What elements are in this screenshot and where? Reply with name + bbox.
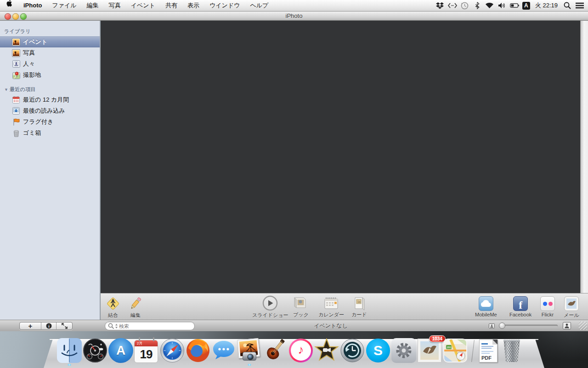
card-icon: 1a xyxy=(352,296,366,310)
search-field[interactable] xyxy=(105,322,195,330)
sidebar-item-places[interactable]: 撮影地 xyxy=(0,69,100,80)
bluetooth-icon[interactable] xyxy=(473,1,482,10)
zoom-slider-knob[interactable] xyxy=(499,322,505,329)
book-icon xyxy=(293,296,309,310)
sidebar-item-events[interactable]: イベント xyxy=(0,36,100,47)
sidebar-item-flagged[interactable]: フラグ付き xyxy=(0,116,100,127)
menu-share[interactable]: 共有 xyxy=(160,0,182,11)
time-machine-icon[interactable] xyxy=(460,1,469,10)
last-import-icon xyxy=(12,107,20,115)
merge-icon xyxy=(106,296,120,311)
event-count-status: イベントなし xyxy=(198,320,464,331)
sidebar-item-last-import[interactable]: 最後の読み込み xyxy=(0,105,100,116)
email-button[interactable]: メール xyxy=(564,296,579,319)
dock-items: A 2月 19 xyxy=(57,337,524,363)
dock-calendar-icon[interactable]: 2月 19 xyxy=(134,338,159,363)
recent-section-header[interactable]: ▼最近の項目 xyxy=(0,84,100,94)
menu-file[interactable]: ファイル xyxy=(47,0,81,11)
notification-center-icon[interactable] xyxy=(575,1,584,10)
apple-logo-icon xyxy=(6,0,13,7)
battery-icon[interactable] xyxy=(510,1,519,10)
menu-edit[interactable]: 編集 xyxy=(82,0,104,11)
zoom-in-thumbnail-icon[interactable] xyxy=(563,322,571,329)
slideshow-play-icon xyxy=(262,295,278,311)
library-section-header: ライブラリ xyxy=(0,26,100,36)
dock-pdf-document-icon[interactable]: PDF xyxy=(478,338,499,363)
add-button[interactable]: + xyxy=(20,322,41,329)
dock-finder-icon[interactable] xyxy=(57,338,82,363)
dock-maps-icon[interactable]: 280 xyxy=(443,338,468,363)
photo-content-area[interactable] xyxy=(101,21,580,293)
slideshow-button[interactable]: スライドショー xyxy=(252,295,288,319)
sidebar-item-faces[interactable]: 人々 xyxy=(0,58,100,69)
menu-clock[interactable]: 火 22:19 xyxy=(533,1,560,10)
desktop-screen: iPhoto ファイル 編集 写真 イベント 共有 表示 ウインドウ ヘルプ xyxy=(0,0,588,368)
menu-photos[interactable]: 写真 xyxy=(104,0,126,11)
window-title: iPhoto xyxy=(0,12,588,20)
spotlight-icon[interactable] xyxy=(563,1,572,10)
flickr-button[interactable]: Flickr xyxy=(540,296,555,317)
zoom-slider[interactable] xyxy=(500,325,558,327)
edit-button[interactable]: 編集 xyxy=(128,296,143,319)
fullscreen-arrows-icon xyxy=(62,323,68,329)
sidebar-item-trash[interactable]: ゴミ箱 xyxy=(0,127,100,138)
dock-imovie-icon[interactable] xyxy=(314,338,339,363)
minimize-button[interactable] xyxy=(12,13,19,20)
menu-iphoto[interactable]: iPhoto xyxy=(18,0,47,11)
photos-photo-icon xyxy=(12,49,20,57)
dropbox-icon[interactable] xyxy=(435,1,445,10)
input-source-badge[interactable]: A xyxy=(522,2,530,10)
disclosure-triangle-icon[interactable]: ▼ xyxy=(4,85,10,95)
facebook-button[interactable]: f Facebook xyxy=(509,296,531,317)
events-photo-icon xyxy=(12,38,20,46)
volume-icon[interactable] xyxy=(498,1,507,10)
info-button[interactable]: i xyxy=(41,322,57,329)
dock-itunes-icon[interactable]: ♪ xyxy=(288,338,313,363)
search-scope-arrows-icon[interactable] xyxy=(115,323,118,329)
dock-separator xyxy=(469,338,477,363)
menu-help[interactable]: ヘルプ xyxy=(245,0,273,11)
places-pin-icon xyxy=(12,71,20,79)
vertical-scrollbar[interactable] xyxy=(580,21,588,293)
merge-button[interactable]: 結合 xyxy=(106,296,120,319)
zoom-out-thumbnail-icon[interactable] xyxy=(489,323,495,328)
zoom-button[interactable] xyxy=(20,13,27,20)
dock-dashboard-icon[interactable] xyxy=(83,338,107,363)
mail-stamp-icon xyxy=(564,296,579,311)
close-button[interactable] xyxy=(5,13,11,20)
dock-messages-icon[interactable] xyxy=(211,338,236,363)
book-button[interactable]: ブック xyxy=(293,296,309,318)
wifi-icon[interactable] xyxy=(485,1,494,10)
dock-appstore-icon[interactable]: A xyxy=(108,338,133,363)
iphoto-running-indicator xyxy=(247,364,252,366)
dock-iphoto-icon[interactable] xyxy=(237,338,262,363)
dock-iphoto-camera xyxy=(243,352,256,361)
card-button[interactable]: 1a カード xyxy=(351,296,367,318)
dock-systempreferences-icon[interactable] xyxy=(391,338,416,363)
mobileme-cloud-icon xyxy=(479,296,493,311)
menu-window[interactable]: ウインドウ xyxy=(204,0,245,11)
dock-mail-icon[interactable]: 1034 xyxy=(417,338,442,363)
sidebar-item-photos[interactable]: 写真 xyxy=(0,47,100,58)
dock-safari-icon[interactable] xyxy=(160,338,185,363)
dock-firefox-icon[interactable] xyxy=(186,338,210,363)
dock-skype-icon[interactable]: S xyxy=(366,338,390,363)
mobileme-button[interactable]: MobileMe xyxy=(475,296,497,317)
window-resize-grip[interactable] xyxy=(579,322,587,330)
dock-calendar-day: 19 xyxy=(135,346,158,362)
apple-menu[interactable] xyxy=(0,0,18,11)
dock-timemachine-icon[interactable] xyxy=(340,338,365,363)
search-icon[interactable] xyxy=(108,323,114,329)
dock-trash-icon[interactable] xyxy=(500,338,524,363)
menu-bar: iPhoto ファイル 編集 写真 イベント 共有 表示 ウインドウ ヘルプ xyxy=(0,0,588,12)
window-title-bar[interactable]: iPhoto xyxy=(0,12,588,21)
sidebar-item-last-12-months[interactable]: 最近の 12 カ月間 xyxy=(0,94,100,105)
bottom-toolbar: 結合 編集 スライドショー xyxy=(101,293,588,320)
fullscreen-button[interactable] xyxy=(57,322,72,329)
swap-arrows-icon[interactable] xyxy=(448,1,457,10)
menu-events[interactable]: イベント xyxy=(126,0,160,11)
search-input[interactable] xyxy=(118,323,194,329)
calendar-button[interactable]: カレンダー xyxy=(318,296,344,318)
menu-view[interactable]: 表示 xyxy=(182,0,204,11)
dock-garageband-icon[interactable] xyxy=(263,338,288,363)
